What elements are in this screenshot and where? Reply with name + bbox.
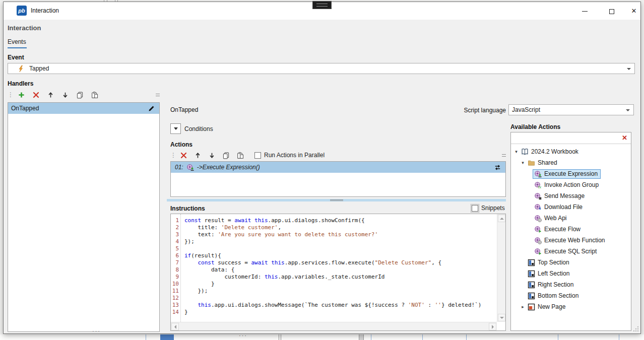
splitter-handle-icon — [330, 199, 343, 201]
line-number: 6 — [171, 252, 179, 259]
paste-icon[interactable] — [91, 91, 98, 99]
horizontal-scrollbar[interactable] — [171, 322, 497, 330]
tree-item-send-message[interactable]: Send Message — [511, 190, 631, 201]
script-language-select[interactable]: JavaScript — [508, 104, 634, 115]
line-number: 2 — [171, 224, 179, 231]
tree-item-new-page[interactable]: ▸New Page — [511, 301, 631, 312]
actions-toolbar: ⋮ Run Actions in Parallel — [170, 149, 506, 161]
toolbar-overflow-handle[interactable] — [502, 154, 506, 157]
tree-item-label: Execute Web Function — [544, 237, 605, 244]
code-line: this.app.ui.dialogs.showMessage(`The cus… — [184, 302, 497, 309]
close-icon: ✕ — [631, 7, 637, 15]
section-icon — [528, 281, 535, 289]
page-title: Interaction — [8, 24, 41, 32]
toolbar-grip-icon[interactable]: ⋮ — [8, 92, 14, 98]
tree-item-top-section[interactable]: Top Section — [511, 257, 631, 268]
snippets-checkbox[interactable] — [472, 205, 478, 212]
tree-item-execute-flow[interactable]: Execute Flow — [511, 224, 631, 235]
scroll-down-button[interactable] — [498, 314, 505, 321]
snippets-label: Snippets — [481, 205, 505, 212]
clear-search-icon[interactable]: ✕ — [622, 134, 627, 142]
handlers-label: Handlers — [8, 80, 33, 87]
code-line — [184, 245, 497, 252]
run-parallel-label: Run Actions in Parallel — [264, 152, 325, 159]
actions-label: Actions — [170, 141, 192, 148]
tree-item-download-file[interactable]: Download File — [511, 201, 631, 213]
script-language-label: Script language — [417, 107, 506, 114]
conditions-expander-button[interactable] — [170, 123, 181, 134]
code-editor[interactable]: 1234567891011121314 const result = await… — [170, 214, 506, 331]
dock-handle[interactable] — [312, 1, 332, 9]
move-down-icon[interactable] — [208, 152, 216, 159]
tree-item-label: Top Section — [538, 259, 569, 266]
toolbar-grip-icon[interactable]: ⋮ — [170, 152, 176, 158]
move-up-icon[interactable] — [47, 91, 54, 99]
available-actions-label: Available Actions — [510, 123, 560, 130]
delete-icon[interactable] — [180, 152, 187, 159]
tree-item-shared[interactable]: ▾Shared — [511, 157, 631, 168]
expander-down-icon[interactable]: ▾ — [513, 149, 520, 154]
send-message-icon — [534, 192, 542, 200]
handler-item-ontapped[interactable]: OnTapped — [8, 103, 159, 114]
expander-down-icon[interactable]: ▾ — [520, 160, 526, 165]
tab-active-underline — [8, 47, 27, 48]
toolbar-overflow-handle[interactable] — [156, 94, 160, 96]
available-actions-search-input[interactable] — [512, 133, 618, 143]
maximize-button[interactable] — [601, 2, 622, 20]
code-gutter: 1234567891011121314 — [171, 214, 181, 322]
scroll-up-button[interactable] — [498, 215, 505, 222]
move-up-icon[interactable] — [194, 152, 202, 159]
swap-icon[interactable] — [494, 164, 501, 171]
paste-icon[interactable] — [236, 152, 244, 159]
pencil-icon[interactable] — [148, 105, 155, 112]
action-label: ->Execute Expression() — [197, 164, 260, 171]
tree-item-2024-2-workbook[interactable]: ▾2024.2 Workbook — [511, 146, 631, 157]
vertical-scrollbar[interactable] — [497, 214, 505, 322]
line-number: 11 — [171, 288, 179, 295]
scroll-right-button[interactable] — [489, 323, 496, 330]
line-number: 10 — [171, 281, 179, 288]
expander-right-icon[interactable]: ▸ — [520, 304, 526, 309]
tree-item-bottom-section[interactable]: Bottom Section — [511, 290, 631, 301]
move-down-icon[interactable] — [61, 91, 69, 99]
horizontal-splitter[interactable] — [167, 199, 506, 201]
tree-item-web-api[interactable]: Web Api — [511, 213, 631, 224]
minimize-button[interactable] — [574, 2, 595, 20]
chevron-down-icon — [627, 68, 631, 70]
code-line: }); — [184, 238, 497, 245]
execute-expression-icon — [186, 164, 194, 171]
page-icon — [528, 303, 535, 311]
tab-events[interactable]: Events — [8, 38, 26, 45]
event-select[interactable]: Tapped — [8, 63, 635, 74]
chevron-down-icon — [626, 109, 630, 111]
interaction-dialog: pb Interaction ✕ Interaction Events Even… — [3, 2, 641, 334]
code-lines[interactable]: const result = await this.app.ui.dialogs… — [181, 214, 497, 322]
tree-item-execute-sql-script[interactable]: Execute SQL Script — [511, 246, 631, 257]
handler-title: OnTapped — [170, 106, 198, 113]
tree-item-execute-web-function[interactable]: Execute Web Function — [511, 235, 631, 246]
tree-item-label: Execute Expression — [544, 170, 598, 177]
tree-item-right-section[interactable]: Right Section — [511, 279, 631, 290]
available-actions-panel: ✕ ▾2024.2 Workbook▾SharedExecute Express… — [510, 132, 631, 331]
window-resize-grip[interactable] — [632, 325, 639, 332]
copy-icon[interactable] — [222, 152, 230, 159]
scroll-left-button[interactable] — [171, 323, 179, 330]
tree-item-execute-expression[interactable]: Execute Expression — [511, 168, 631, 179]
tree-item-label: Left Section — [538, 270, 569, 277]
actions-list: 01:->Execute Expression() — [170, 161, 506, 197]
section-icon — [528, 270, 535, 278]
code-line: const success = await this.app.services.… — [184, 259, 497, 266]
action-item[interactable]: 01:->Execute Expression() — [171, 162, 505, 173]
delete-icon[interactable] — [32, 91, 40, 99]
tree-item-left-section[interactable]: Left Section — [511, 268, 631, 279]
close-button[interactable]: ✕ — [623, 2, 644, 20]
copy-icon[interactable] — [76, 91, 84, 99]
run-parallel-checkbox[interactable] — [254, 152, 261, 159]
add-icon[interactable] — [18, 91, 25, 99]
tree-item-invoke-action-group[interactable]: fxInvoke Action Group — [511, 179, 631, 190]
invoke-action-group-icon: fx — [534, 181, 542, 189]
panel-resize-dots[interactable]: ··· — [92, 328, 101, 334]
line-number: 1 — [171, 217, 179, 224]
minimize-icon — [582, 11, 588, 12]
web-api-icon — [534, 215, 542, 222]
